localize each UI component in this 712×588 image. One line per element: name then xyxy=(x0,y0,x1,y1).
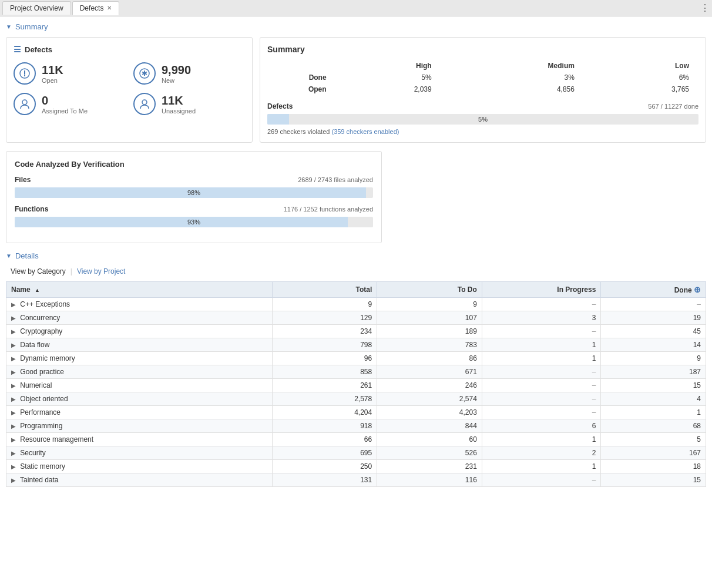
table-row[interactable]: ▶ Static memory 250 231 1 18 xyxy=(6,460,706,473)
details-chevron-icon: ▼ xyxy=(6,253,12,259)
files-progress-label: 98% xyxy=(187,189,200,196)
table-row[interactable]: ▶ Object oriented 2,578 2,574 – 4 xyxy=(6,392,706,406)
col-header-done[interactable]: Done ⊕ xyxy=(601,282,706,298)
cell-name: ▶ Numerical xyxy=(6,379,273,392)
stat-new[interactable]: ✱ 9,990 New xyxy=(133,62,245,85)
expand-arrow-icon[interactable]: ▶ xyxy=(11,315,16,321)
cell-todo: 107 xyxy=(377,311,482,325)
view-by-category[interactable]: View by Category xyxy=(6,266,70,277)
table-row[interactable]: ▶ Numerical 261 246 – 15 xyxy=(6,379,706,392)
expand-arrow-icon[interactable]: ▶ xyxy=(11,369,16,375)
cell-inprogress: – xyxy=(482,392,600,406)
cell-inprogress: – xyxy=(482,365,600,379)
defects-progress-label: 5% xyxy=(478,116,488,123)
cell-todo: 2,574 xyxy=(377,392,482,406)
svg-rect-2 xyxy=(24,75,25,76)
cell-todo: 189 xyxy=(377,325,482,338)
tab-project-overview[interactable]: Project Overview xyxy=(2,1,71,15)
summary-row-open: Open 2,039 4,856 3,765 xyxy=(267,83,698,95)
stat-open[interactable]: 11K Open xyxy=(14,62,125,85)
cell-todo: 86 xyxy=(377,352,482,365)
table-row[interactable]: ▶ Good practice 858 671 – 187 xyxy=(6,365,706,379)
cell-total: 96 xyxy=(272,352,377,365)
add-column-button[interactable]: ⊕ xyxy=(694,285,701,294)
cell-total: 250 xyxy=(272,460,377,473)
assigned-to-me-icon xyxy=(14,93,36,115)
defects-progress-title: Defects xyxy=(267,102,293,110)
expand-arrow-icon[interactable]: ▶ xyxy=(11,423,16,429)
col-header-name[interactable]: Name ▲ xyxy=(6,282,273,298)
expand-arrow-icon[interactable]: ▶ xyxy=(11,382,16,389)
unassigned-icon xyxy=(133,93,156,115)
cell-todo: 4,203 xyxy=(377,406,482,419)
cell-done: 15 xyxy=(601,379,706,392)
checkers-link[interactable]: (359 checkers enabled) xyxy=(331,128,399,135)
col-low: Low xyxy=(584,60,698,72)
stat-assigned-to-me[interactable]: 0 Assigned To Me xyxy=(14,93,125,115)
summary-section-header[interactable]: ▼ Summary xyxy=(6,22,706,31)
cell-todo: 9 xyxy=(377,298,482,311)
details-section-header[interactable]: ▼ Details xyxy=(6,251,706,260)
expand-arrow-icon[interactable]: ▶ xyxy=(11,396,16,402)
svg-text:✱: ✱ xyxy=(142,69,147,78)
assigned-to-me-value: 0 xyxy=(42,94,88,107)
cell-todo: 783 xyxy=(377,338,482,352)
cell-todo: 116 xyxy=(377,473,482,487)
summary-section-title: Summary xyxy=(15,22,48,31)
stat-unassigned[interactable]: 11K Unassigned xyxy=(133,93,245,115)
unassigned-value: 11K xyxy=(162,94,196,107)
table-row[interactable]: ▶ Data flow 798 783 1 14 xyxy=(6,338,706,352)
col-header-total[interactable]: Total xyxy=(272,282,377,298)
col-header-todo[interactable]: To Do xyxy=(377,282,482,298)
cell-inprogress: – xyxy=(482,298,600,311)
defects-panel: ☰ Defects 11K Open ✱ xyxy=(6,37,253,143)
cell-name: ▶ C++ Exceptions xyxy=(6,298,273,311)
cell-name: ▶ Cryptography xyxy=(6,325,273,338)
cell-inprogress: 1 xyxy=(482,338,600,352)
table-row[interactable]: ▶ Performance 4,204 4,203 – 1 xyxy=(6,406,706,419)
table-row[interactable]: ▶ Security 695 526 2 167 xyxy=(6,446,706,460)
code-analysis-panel: Code Analyzed By Verification Files 2689… xyxy=(6,151,382,243)
cell-total: 129 xyxy=(272,311,377,325)
expand-arrow-icon[interactable]: ▶ xyxy=(11,301,16,308)
defects-progress-count: 567 / 11227 done xyxy=(648,103,698,110)
table-row[interactable]: ▶ Resource management 66 60 1 5 xyxy=(6,433,706,446)
cell-inprogress: – xyxy=(482,473,600,487)
expand-arrow-icon[interactable]: ▶ xyxy=(11,409,16,416)
new-icon: ✱ xyxy=(133,62,156,85)
table-row[interactable]: ▶ Dynamic memory 96 86 1 9 xyxy=(6,352,706,365)
expand-arrow-icon[interactable]: ▶ xyxy=(11,463,16,470)
cell-name: ▶ Dynamic memory xyxy=(6,352,273,365)
cell-inprogress: 3 xyxy=(482,311,600,325)
tab-close-icon[interactable]: ✕ xyxy=(107,5,112,11)
files-count: 2689 / 2743 files analyzed xyxy=(298,176,373,183)
expand-arrow-icon[interactable]: ▶ xyxy=(11,450,16,456)
expand-arrow-icon[interactable]: ▶ xyxy=(11,436,16,443)
name-sort-icon: ▲ xyxy=(35,287,40,293)
code-analysis-title: Code Analyzed By Verification xyxy=(15,160,373,169)
view-by-project[interactable]: View by Project xyxy=(72,266,130,277)
expand-arrow-icon[interactable]: ▶ xyxy=(11,477,16,483)
cell-total: 918 xyxy=(272,419,377,433)
tab-defects[interactable]: Defects ✕ xyxy=(72,1,120,15)
expand-arrow-icon[interactable]: ▶ xyxy=(11,355,16,362)
table-row[interactable]: ▶ Cryptography 234 189 – 45 xyxy=(6,325,706,338)
expand-arrow-icon[interactable]: ▶ xyxy=(11,342,16,348)
cell-done: 15 xyxy=(601,473,706,487)
defects-progress-fill xyxy=(267,114,289,125)
tab-menu-icon[interactable]: ⋮ xyxy=(700,2,710,14)
expand-arrow-icon[interactable]: ▶ xyxy=(11,328,16,335)
new-value: 9,990 xyxy=(162,63,191,77)
cell-done: 45 xyxy=(601,325,706,338)
functions-count: 1176 / 1252 functions analyzed xyxy=(284,206,373,213)
table-row[interactable]: ▶ Tainted data 131 116 – 15 xyxy=(6,473,706,487)
cell-done: 1 xyxy=(601,406,706,419)
cell-name: ▶ Data flow xyxy=(6,338,273,352)
cell-total: 66 xyxy=(272,433,377,446)
cell-done: 4 xyxy=(601,392,706,406)
table-row[interactable]: ▶ C++ Exceptions 9 9 – – xyxy=(6,298,706,311)
files-progress-bar: 98% xyxy=(15,187,373,198)
col-header-inprogress[interactable]: In Progress xyxy=(482,282,600,298)
table-row[interactable]: ▶ Programming 918 844 6 68 xyxy=(6,419,706,433)
table-row[interactable]: ▶ Concurrency 129 107 3 19 xyxy=(6,311,706,325)
